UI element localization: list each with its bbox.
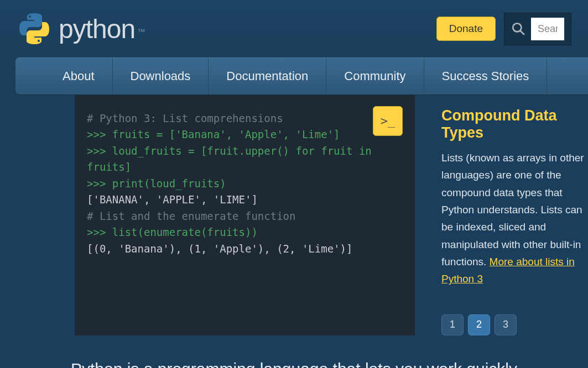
logo[interactable]: python™ [17,11,145,46]
description-text: Lists (known as arrays in other language… [441,149,588,288]
code-line: [(0, 'Banana'), (1, 'Apple'), (2, 'Lime'… [87,241,403,257]
code-line: ['BANANA', 'APPLE', 'LIME'] [87,192,403,208]
svg-point-0 [513,23,521,31]
python-logo-icon [17,11,52,46]
pager-button-3[interactable]: 3 [495,314,517,335]
header-right: Donate [436,13,571,45]
donate-button[interactable]: Donate [436,17,496,41]
content: >_ # Python 3: List comprehensions>>> fr… [75,95,588,335]
code-panel: >_ # Python 3: List comprehensions>>> fr… [75,95,415,335]
code-line: >>> list(enumerate(fruits)) [87,224,403,240]
code-line: # Python 3: List comprehensions [87,111,403,127]
logo-text: python™ [59,14,145,44]
main-nav: AboutDownloadsDocumentationCommunitySucc… [15,57,588,95]
pager: 123 [441,314,588,335]
code-line: >>> fruits = ['Banana', 'Apple', 'Lime'] [87,127,403,143]
svg-line-1 [520,30,524,35]
pager-button-2[interactable]: 2 [468,314,490,335]
pager-button-1[interactable]: 1 [441,314,464,335]
nav-item-documentation[interactable]: Documentation [209,58,326,94]
description-panel: Compound Data Types Lists (known as arra… [415,95,588,335]
search-input[interactable] [531,18,564,40]
code-line: >>> print(loud_fruits) [87,176,403,192]
description-title: Compound Data Types [441,107,588,141]
code-lines: # Python 3: List comprehensions>>> fruit… [87,111,403,257]
search-icon [511,22,525,36]
tagline: Python is a programming language that le… [0,335,588,368]
tagline-line1: Python is a programming language that le… [71,360,517,368]
search-wrap [504,13,571,45]
nav-item-downloads[interactable]: Downloads [113,58,209,94]
nav-item-success-stories[interactable]: Success Stories [424,58,548,94]
description-body: Lists (known as arrays in other language… [441,152,584,267]
launch-shell-button[interactable]: >_ [373,106,403,136]
code-line: >>> loud_fruits = [fruit.upper() for fru… [87,143,403,176]
nav-item-community[interactable]: Community [326,58,424,94]
code-line: # List and the enumerate function [87,208,403,224]
nav-item-about[interactable]: About [15,58,113,94]
header: python™ Donate [0,0,588,57]
